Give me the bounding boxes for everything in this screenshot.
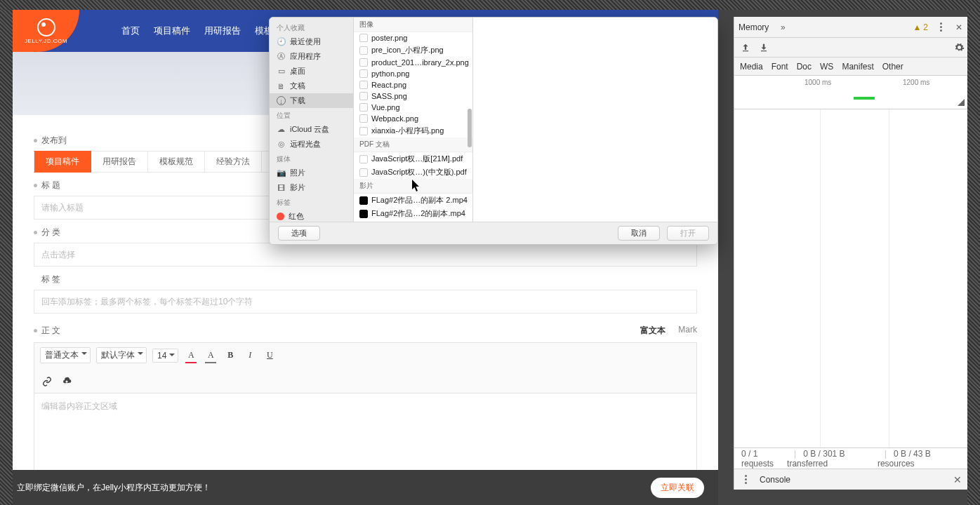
devtools-filter-row: Media Font Doc WS Manifest Other <box>734 58 967 76</box>
recent-icon: 🕘 <box>277 37 286 46</box>
file-item[interactable]: React.png <box>354 79 472 90</box>
tab-template[interactable]: 模板规范 <box>148 151 205 173</box>
file-item[interactable]: Vue.png <box>354 102 472 113</box>
mouse-cursor-icon <box>411 180 421 192</box>
sidebar-tag-red[interactable]: 红色 <box>270 209 353 222</box>
network-timeline[interactable]: 1000 ms 1200 ms <box>734 76 967 109</box>
red-tag-icon <box>277 213 284 220</box>
site-logo[interactable]: JELLY.JD.COM <box>13 10 79 52</box>
label-body: 正 文 <box>34 325 60 337</box>
sidebar-desktop[interactable]: ▭桌面 <box>270 64 353 79</box>
tab-memory[interactable]: Memory <box>737 20 770 35</box>
devtools-toolbar <box>734 38 967 58</box>
upload-button[interactable] <box>60 375 74 389</box>
filter-media[interactable]: Media <box>740 62 763 72</box>
desktop-icon: ▭ <box>277 67 286 76</box>
dialog-footer: 选项 取消 打开 <box>270 222 717 244</box>
filter-font[interactable]: Font <box>772 62 788 72</box>
tab-project[interactable]: 项目稿件 <box>34 151 91 173</box>
network-status-bar: 0 / 1 requests 0 B / 301 B transferred 0… <box>734 447 967 469</box>
filter-manifest[interactable]: Manifest <box>842 62 873 72</box>
disc-icon: ◎ <box>277 140 286 149</box>
file-item[interactable]: JavaScript权…)(中文版).pdf <box>354 166 472 179</box>
editor-mode-toggle: 富文本 Mark <box>640 325 697 337</box>
timeline-tick-2: 1200 ms <box>903 79 929 86</box>
filter-ws[interactable]: WS <box>820 62 833 72</box>
sidebar-apps[interactable]: Ⓐ应用程序 <box>270 49 353 64</box>
cancel-button[interactable]: 取消 <box>618 226 660 241</box>
label-tags: 标 签 <box>34 274 697 285</box>
size-select[interactable]: 14 <box>152 349 178 363</box>
text-color-button[interactable]: A <box>184 349 198 363</box>
file-item[interactable]: Showreel2E5…94_d13.mp4 <box>354 220 472 222</box>
file-item[interactable]: SASS.png <box>354 90 472 102</box>
link-button[interactable] <box>40 375 54 389</box>
group-images: 图像 <box>354 18 472 32</box>
sidebar-movies[interactable]: 🎞影片 <box>270 180 353 195</box>
tags-input[interactable]: 回车添加标签；最多两个标签，每个标签不超过10个字符 <box>34 290 697 314</box>
nav-home[interactable]: 首页 <box>121 25 140 37</box>
sidebar-recent[interactable]: 🕘最近使用 <box>270 34 353 49</box>
timeline-resize-icon[interactable] <box>958 99 965 106</box>
filter-other[interactable]: Other <box>882 62 903 72</box>
filter-doc[interactable]: Doc <box>797 62 812 72</box>
console-title[interactable]: Console <box>760 475 790 485</box>
close-console-icon[interactable]: ✕ <box>953 474 962 485</box>
cloud-icon: ☁ <box>277 125 286 134</box>
console-drawer: Console ✕ <box>734 469 967 490</box>
options-button[interactable]: 选项 <box>278 226 320 241</box>
file-item[interactable]: xianxia-小程序码.png <box>354 124 472 137</box>
svg-rect-1 <box>761 50 767 51</box>
file-item[interactable]: Webpack.png <box>354 113 472 124</box>
file-item[interactable]: poster.png <box>354 32 472 43</box>
more-tabs-icon[interactable]: » <box>777 22 788 33</box>
close-devtools-icon[interactable]: ✕ <box>953 22 965 33</box>
camera-icon: 📷 <box>277 168 286 177</box>
sidebar-downloads[interactable]: 下载 <box>270 93 353 108</box>
mode-markdown[interactable]: Mark <box>678 325 697 337</box>
file-item[interactable]: pre_icon_小程序.png <box>354 43 472 57</box>
timeline-bar <box>854 97 875 100</box>
file-item[interactable]: FLag#2作品…2的副本.mp4 <box>354 207 472 220</box>
bold-button[interactable]: B <box>223 349 237 363</box>
sidebar-remote[interactable]: ◎远程光盘 <box>270 137 353 152</box>
mode-richtext[interactable]: 富文本 <box>640 325 666 337</box>
file-item[interactable]: JavaScript权…版[21M].pdf <box>354 152 472 166</box>
bg-color-button[interactable]: A <box>204 349 218 363</box>
status-resources: 0 B / 43 B resources <box>878 449 960 469</box>
network-grid[interactable] <box>734 109 967 447</box>
kebab-menu-icon[interactable] <box>935 22 946 33</box>
nav-project[interactable]: 项目稿件 <box>154 25 190 37</box>
devtools-panel: Memory » ▲2 ✕ Media Font Doc WS Manifest… <box>734 17 967 490</box>
font-select[interactable]: 默认字体 <box>96 347 147 363</box>
tab-experience[interactable]: 经验方法 <box>205 151 262 173</box>
file-item[interactable]: product_201…ibrary_2x.png <box>354 57 472 68</box>
sidebar-photos[interactable]: 📷照片 <box>270 166 353 180</box>
sidebar-documents[interactable]: 🗎文稿 <box>270 79 353 93</box>
logo-text: JELLY.JD.COM <box>25 38 67 44</box>
documents-icon: 🗎 <box>277 81 286 90</box>
nav-research[interactable]: 用研报告 <box>204 25 241 37</box>
download-har-icon[interactable] <box>758 42 769 53</box>
console-menu-icon[interactable] <box>740 474 751 485</box>
italic-button[interactable]: I <box>243 349 257 363</box>
warning-badge[interactable]: ▲2 <box>913 22 928 32</box>
file-item[interactable]: python.png <box>354 68 472 79</box>
file-open-dialog: 个人收藏 🕘最近使用 Ⓐ应用程序 ▭桌面 🗎文稿 下载 位置 ☁iCloud 云… <box>269 17 718 245</box>
format-select[interactable]: 普通文本 <box>40 347 91 363</box>
downloads-icon <box>277 96 286 105</box>
upload-har-icon[interactable] <box>740 42 751 53</box>
status-requests: 0 / 1 requests <box>741 449 787 469</box>
underline-button[interactable]: U <box>263 349 277 363</box>
scrollbar-thumb[interactable] <box>468 109 472 147</box>
file-preview-column <box>473 18 717 222</box>
settings-gear-icon[interactable] <box>953 42 965 53</box>
group-pdf: PDF 文稿 <box>354 137 472 152</box>
tab-research[interactable]: 用研报告 <box>91 151 148 173</box>
file-item[interactable]: FLag#2作品…的副本 2.mp4 <box>354 194 472 207</box>
link-wechat-button[interactable]: 立即关联 <box>651 478 704 498</box>
open-button[interactable]: 打开 <box>667 226 709 241</box>
category-select[interactable]: 点击选择 <box>34 243 697 267</box>
sidebar-icloud[interactable]: ☁iCloud 云盘 <box>270 122 353 137</box>
sidebar-h-media: 媒体 <box>270 152 353 166</box>
